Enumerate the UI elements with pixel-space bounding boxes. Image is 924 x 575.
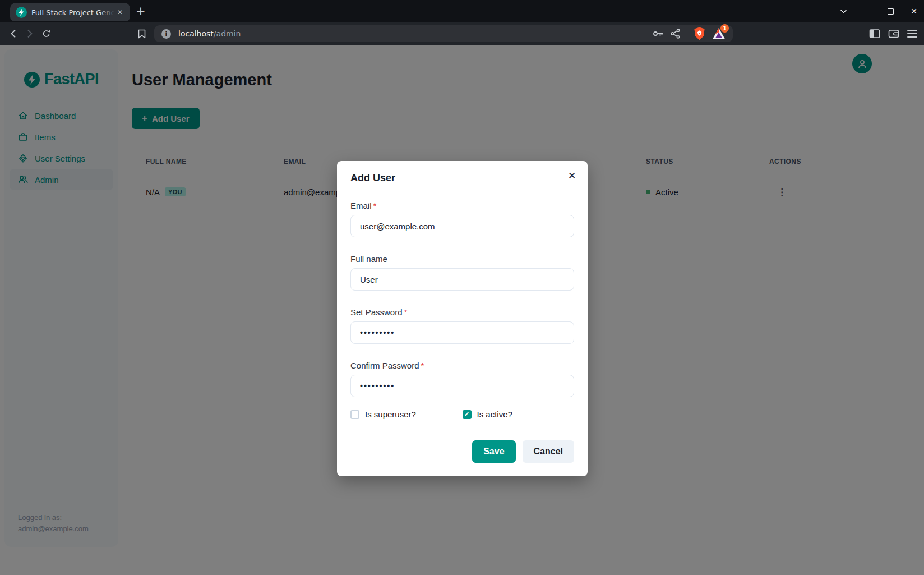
site-info-icon[interactable]: i — [161, 29, 171, 39]
confirm-password-field-group: Confirm Password* — [350, 361, 574, 397]
is-superuser-label: Is superuser? — [365, 410, 416, 419]
modal-footer: Save Cancel — [350, 440, 574, 463]
url-host: localhost — [178, 29, 214, 38]
full-name-field-group: Full name — [350, 254, 574, 291]
brave-shield-icon[interactable] — [693, 26, 706, 41]
checkbox-unchecked-icon[interactable] — [350, 410, 359, 419]
url-path: /admin — [214, 29, 241, 38]
browser-toolbar: i localhost/admin — [0, 22, 924, 45]
tab-title-fade — [100, 7, 114, 17]
modal-close-icon[interactable]: ✕ — [564, 168, 580, 183]
back-button[interactable] — [4, 25, 21, 42]
browser-menu-icon[interactable] — [907, 30, 917, 38]
toolbar-divider — [687, 29, 687, 39]
is-active-label: Is active? — [477, 410, 512, 419]
required-asterisk: * — [373, 201, 377, 210]
modal-title: Add User — [350, 172, 574, 184]
set-password-input[interactable] — [350, 321, 574, 344]
password-key-icon[interactable] — [652, 28, 664, 39]
email-label: Email* — [350, 201, 574, 210]
required-asterisk: * — [404, 307, 408, 317]
full-name-label: Full name — [350, 254, 574, 264]
is-active-checkbox[interactable]: ✓ Is active? — [463, 410, 575, 419]
forward-button[interactable] — [21, 25, 38, 42]
url-text: localhost/admin — [178, 29, 241, 38]
add-user-modal: Add User ✕ Email* Full name Set Password… — [337, 161, 588, 476]
browser-window: Full Stack Project Genera ✕ + — ✕ — [0, 0, 924, 575]
tab-strip: Full Stack Project Genera ✕ + — ✕ — [0, 0, 924, 22]
brave-rewards-icon[interactable]: 1 — [712, 27, 726, 40]
wallet-icon[interactable] — [888, 29, 899, 39]
bookmark-icon[interactable] — [133, 25, 150, 42]
sidebar-toggle-icon[interactable] — [869, 29, 880, 39]
address-bar[interactable]: i localhost/admin — [154, 25, 733, 42]
set-password-label: Set Password* — [350, 307, 574, 317]
tab-close-icon[interactable]: ✕ — [114, 8, 126, 17]
confirm-password-label: Confirm Password* — [350, 361, 574, 370]
required-asterisk: * — [421, 361, 424, 370]
set-password-field-group: Set Password* — [350, 307, 574, 344]
email-input[interactable] — [350, 215, 574, 237]
window-minimize-button[interactable]: — — [862, 7, 871, 16]
confirm-password-input[interactable] — [350, 375, 574, 397]
browser-tab[interactable]: Full Stack Project Genera ✕ — [10, 3, 130, 21]
new-tab-button[interactable]: + — [136, 4, 146, 18]
checkbox-checked-icon[interactable]: ✓ — [463, 410, 472, 419]
window-close-button[interactable]: ✕ — [909, 7, 918, 16]
full-name-input[interactable] — [350, 268, 574, 291]
fastapi-favicon-icon — [16, 7, 27, 18]
cancel-button[interactable]: Cancel — [523, 440, 574, 463]
page-viewport: FastAPI Dashboard Items — [0, 45, 924, 575]
reload-button[interactable] — [38, 25, 55, 42]
checkbox-row: Is superuser? ✓ Is active? — [350, 410, 574, 419]
is-superuser-checkbox[interactable]: Is superuser? — [350, 410, 463, 419]
window-maximize-button[interactable] — [886, 7, 895, 16]
tab-search-chevron-icon[interactable] — [839, 7, 848, 16]
share-icon[interactable] — [670, 28, 681, 39]
email-field-group: Email* — [350, 201, 574, 237]
save-button[interactable]: Save — [472, 440, 515, 463]
rewards-notification-badge: 1 — [720, 24, 729, 33]
